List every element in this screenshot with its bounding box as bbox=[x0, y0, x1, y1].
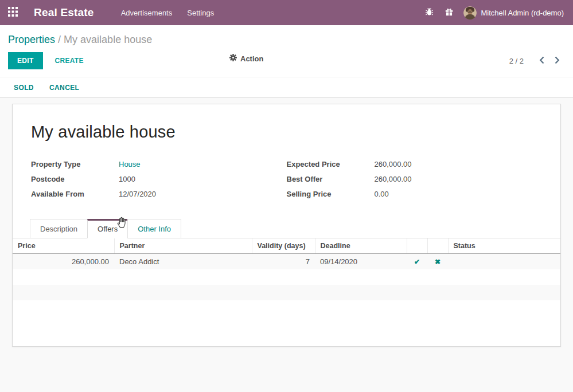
refuse-offer-button[interactable]: ✖ bbox=[434, 258, 442, 266]
field-label: Available From bbox=[31, 190, 119, 198]
chevron-right-icon bbox=[555, 56, 560, 66]
pager-previous-button[interactable] bbox=[534, 55, 549, 67]
offer-price-cell: 260,000.00 bbox=[13, 254, 114, 270]
field-postcode: Postcode 1000 bbox=[31, 175, 287, 183]
top-navbar: Real Estate Advertisements Settings bbox=[0, 0, 573, 25]
field-value: 1000 bbox=[119, 175, 135, 183]
field-property-type: Property Type House bbox=[31, 160, 287, 168]
breadcrumb-separator: / bbox=[58, 34, 64, 45]
field-label: Postcode bbox=[31, 175, 119, 183]
systray: Mitchell Admin (rd-demo) bbox=[419, 6, 564, 19]
offer-status-cell bbox=[448, 254, 560, 270]
field-expected-price: Expected Price 260,000.00 bbox=[287, 160, 543, 168]
field-value: 260,000.00 bbox=[375, 175, 412, 183]
offer-deadline-cell: 09/14/2020 bbox=[315, 254, 407, 270]
gear-icon bbox=[229, 54, 237, 63]
form-sheet: My available house Property Type House P… bbox=[12, 104, 561, 347]
field-value: 0.00 bbox=[375, 190, 389, 198]
offers-list: Price Partner Validity (days) Deadline S… bbox=[13, 238, 560, 345]
field-value: 12/07/2020 bbox=[119, 190, 156, 198]
bug-icon bbox=[425, 7, 434, 18]
column-header-validity[interactable]: Validity (days) bbox=[252, 238, 315, 254]
field-best-offer: Best Offer 260,000.00 bbox=[287, 175, 543, 183]
chevron-left-icon bbox=[539, 56, 544, 66]
gift-menu-button[interactable] bbox=[439, 8, 459, 18]
field-label: Selling Price bbox=[287, 190, 375, 198]
apps-menu-button[interactable] bbox=[8, 7, 18, 18]
field-column-right: Expected Price 260,000.00 Best Offer 260… bbox=[287, 160, 543, 205]
field-label: Expected Price bbox=[287, 160, 375, 168]
empty-row bbox=[13, 300, 560, 345]
column-header-status[interactable]: Status bbox=[448, 238, 560, 254]
edit-button[interactable]: EDIT bbox=[8, 52, 43, 69]
action-menu-label: Action bbox=[240, 54, 263, 63]
field-grid: Property Type House Postcode 1000 Availa… bbox=[31, 160, 542, 205]
pager-next-button[interactable] bbox=[549, 55, 565, 67]
offers-header-row: Price Partner Validity (days) Deadline S… bbox=[13, 238, 560, 254]
control-panel-buttons: EDIT CREATE bbox=[0, 47, 573, 77]
column-header-partner[interactable]: Partner bbox=[114, 238, 252, 254]
field-label: Best Offer bbox=[287, 175, 375, 183]
offer-row[interactable]: 260,000.00 Deco Addict 7 09/14/2020 ✔ ✖ bbox=[13, 254, 560, 270]
column-header-deadline[interactable]: Deadline bbox=[315, 238, 407, 254]
apps-grid-icon bbox=[8, 7, 18, 18]
tab-offers[interactable]: Offers bbox=[87, 219, 128, 238]
gift-icon bbox=[445, 8, 453, 18]
column-header-refuse bbox=[427, 238, 448, 254]
debug-menu-button[interactable] bbox=[419, 7, 439, 18]
user-name: Mitchell Admin (rd-demo) bbox=[481, 9, 564, 17]
create-button[interactable]: CREATE bbox=[55, 57, 84, 65]
field-column-left: Property Type House Postcode 1000 Availa… bbox=[31, 160, 287, 205]
field-available-from: Available From 12/07/2020 bbox=[31, 190, 287, 198]
content-area: My available house Property Type House P… bbox=[0, 98, 573, 347]
property-type-link[interactable]: House bbox=[119, 160, 141, 168]
offer-partner-cell: Deco Addict bbox=[114, 254, 252, 270]
cross-icon: ✖ bbox=[435, 258, 441, 266]
accept-offer-button[interactable]: ✔ bbox=[413, 258, 421, 266]
column-header-accept bbox=[407, 238, 427, 254]
empty-row bbox=[13, 285, 560, 300]
breadcrumb-properties-link[interactable]: Properties bbox=[8, 34, 55, 46]
menu-advertisements[interactable]: Advertisements bbox=[114, 0, 180, 25]
form-statusbar: SOLD CANCEL bbox=[0, 77, 573, 98]
tab-other-info[interactable]: Other Info bbox=[127, 219, 181, 238]
action-menu-button[interactable]: Action bbox=[229, 54, 263, 63]
field-label: Property Type bbox=[31, 160, 119, 168]
offer-validity-cell: 7 bbox=[252, 254, 315, 270]
pager-value: 2 / 2 bbox=[509, 57, 524, 65]
field-value: 260,000.00 bbox=[375, 160, 412, 168]
user-avatar bbox=[463, 6, 477, 19]
empty-row bbox=[13, 269, 560, 285]
breadcrumb: Properties / My available house bbox=[0, 25, 573, 47]
top-menu: Advertisements Settings bbox=[114, 0, 222, 25]
check-icon: ✔ bbox=[414, 258, 420, 266]
notebook-tabs: Description Offers Other Info bbox=[13, 219, 560, 238]
app-brand[interactable]: Real Estate bbox=[34, 6, 94, 19]
pager: 2 / 2 bbox=[509, 55, 565, 67]
menu-settings[interactable]: Settings bbox=[180, 0, 221, 25]
column-header-price[interactable]: Price bbox=[13, 238, 114, 254]
sold-button[interactable]: SOLD bbox=[14, 84, 34, 92]
user-menu-button[interactable]: Mitchell Admin (rd-demo) bbox=[463, 6, 564, 19]
record-title: My available house bbox=[31, 123, 542, 142]
tab-description[interactable]: Description bbox=[30, 219, 88, 238]
field-selling-price: Selling Price 0.00 bbox=[287, 190, 543, 198]
cancel-button[interactable]: CANCEL bbox=[49, 84, 79, 92]
control-panel: Properties / My available house EDIT CRE… bbox=[0, 25, 573, 77]
breadcrumb-current: My available house bbox=[64, 34, 152, 45]
